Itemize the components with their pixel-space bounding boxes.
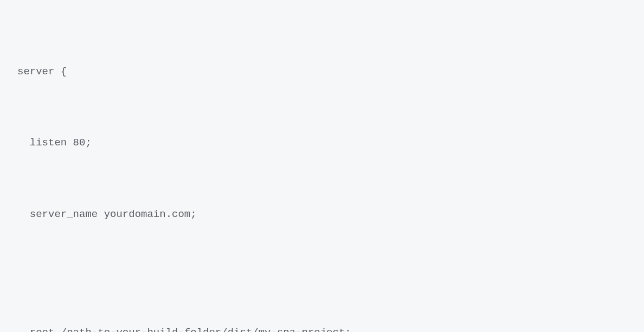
code-line: server_name yourdomain.com; xyxy=(17,203,627,227)
code-line: root /path-to-your-build-folder/dist/my-… xyxy=(17,321,627,332)
code-line: listen 80; xyxy=(17,131,627,155)
code-line: server { xyxy=(17,60,627,84)
code-block: server { listen 80; server_name yourdoma… xyxy=(17,13,627,332)
